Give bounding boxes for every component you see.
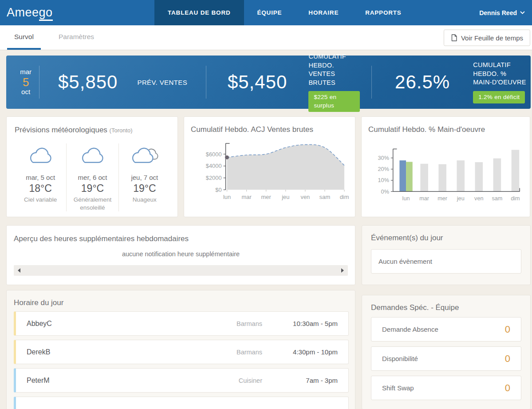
request-label: Disponibilité [382,355,418,362]
weather-day: mar, 5 oct 18°C Ciel variable [15,143,66,211]
svg-text:lun: lun [223,194,231,200]
nav-item-equipe[interactable]: ÉQUIPE [244,0,296,25]
svg-text:lun: lun [402,195,410,202]
nav-menu: TABLEAU DE BORD ÉQUIPE HORAIRE RAPPORTS [154,0,415,25]
svg-text:30%: 30% [378,155,389,161]
cloud-icon [76,145,108,167]
daily-stats-banner: mar 5 oct $5,850 PRÉV. VENTES $5,450 CUM… [6,56,531,109]
schedule-row[interactable]: PeterM Cuisiner 7am - 3pm [14,368,349,393]
svg-text:$0: $0 [215,187,221,193]
labour-percent-value: 26.5% [372,71,473,93]
nav-item-horaire[interactable]: HORAIRE [295,0,352,25]
top-nav: Ameego TABLEAU DE BORD ÉQUIPE HORAIRE RA… [0,0,532,25]
labour-percent-chart-card: Cumulatif Hebdo. % Main-d'oeuvre lunmarm… [361,116,530,217]
user-menu[interactable]: Dennis Reed [479,0,525,25]
cloud-icon [24,145,56,167]
svg-text:sam: sam [319,194,330,200]
request-count: 0 [505,382,510,394]
sub-tab-bar: Survol Paramètres Voir Feuille de temps [0,25,532,50]
svg-text:$4000: $4000 [206,163,222,169]
chevron-down-icon [520,11,525,14]
svg-text:dim: dim [340,194,349,200]
labour-percent-bar-chart: lunmarmerjeuvensamdim0%10%20%30% [368,139,524,207]
tab-survol[interactable]: Survol [7,25,41,50]
acj-sales-area-chart: $0$2000$4000$6000lunmarmerjeuvensamdim [191,139,349,206]
svg-text:jeu: jeu [457,195,465,202]
svg-text:jeu: jeu [281,194,289,200]
sales-actual-value: $5,850 [39,71,137,93]
weather-day: mer, 6 oct 19°C Généralement ensoleillé [66,143,118,211]
user-name: Dennis Reed [479,9,517,16]
svg-text:$2000: $2000 [206,175,222,181]
labour-percent-chart-title: Cumulatif Hebdo. % Main-d'oeuvre [368,125,524,134]
ameego-logo[interactable]: Ameego [7,6,53,20]
document-icon [451,34,457,41]
employee-name: AbbeyC [27,320,236,328]
weather-day: jeu, 7 oct 19°C Nuageux [118,143,170,211]
request-label: Shift Swap [382,384,414,392]
svg-text:0%: 0% [381,189,389,195]
svg-text:sam: sam [492,195,502,202]
request-count: 0 [505,324,510,335]
svg-text:mar: mar [242,194,252,200]
request-count: 0 [505,353,510,365]
overtime-title: Aperçu des heures supplémentaires hebdom… [14,234,348,243]
svg-text:dim: dim [511,195,520,202]
view-timesheet-label: Voir Feuille de temps [461,34,523,41]
svg-text:mar: mar [419,195,430,202]
svg-text:mer: mer [437,195,448,202]
shift-time: 4:30pm - 10pm [284,348,338,356]
employee-name: PeterM [27,377,239,385]
clouds-icon [126,145,162,167]
svg-text:$6000: $6000 [206,151,222,158]
sales-label: PRÉV. VENTES [137,79,206,86]
labour-label: CUMULATIF HEBDO. % MAIN-D'OEUVRE 1.2% en… [473,61,531,103]
request-row-shift-swap[interactable]: Shift Swap 0 [371,376,521,400]
employee-role: Cuisiner [239,377,262,384]
employee-role: Barmans [236,320,262,327]
schedule-row[interactable]: AbbeyC Barmans 10:30am - 5pm [14,311,349,336]
schedule-card: Horaire du jour AbbeyC Barmans 10:30am -… [6,290,355,409]
scroll-right-arrow-icon[interactable] [341,268,344,273]
events-card: Événement(s) du jour Aucun évènement [362,225,531,285]
acj-sales-chart-card: Cumulatif Hebdo. ACJ Ventes brutes $0$20… [184,116,355,217]
view-timesheet-button[interactable]: Voir Feuille de temps [444,29,530,46]
svg-text:ven: ven [300,194,310,200]
tab-parametres[interactable]: Paramètres [51,25,101,50]
events-empty-box: Aucun évènement [371,249,521,274]
labour-badge: 1.2% en déficit [473,91,525,103]
shift-time: 10:30am - 5pm [284,320,338,327]
shift-time: 7am - 3pm [284,377,338,384]
scroll-left-arrow-icon[interactable] [18,268,20,273]
sales-forecast-value: $5,450 [206,71,308,93]
banner-weekday: mar [12,68,39,76]
request-row-availability[interactable]: Disponibilité 0 [371,346,521,371]
nav-item-tableau-de-bord[interactable]: TABLEAU DE BORD [154,0,244,25]
employee-role: Barmans [236,349,262,356]
team-requests-card: Demandes Spéc. - Équipe Demande Absence … [362,295,531,409]
banner-day: 5 [12,76,39,89]
svg-text:ven: ven [474,195,483,202]
nav-item-rapports[interactable]: RAPPORTS [352,0,414,25]
events-title: Événement(s) du jour [371,234,521,242]
request-label: Demande Absence [382,326,438,333]
request-row-absence[interactable]: Demande Absence 0 [371,317,521,341]
weather-title: Prévisions météorologiques (Toronto) [15,126,170,135]
banner-month: oct [12,88,39,96]
employee-name: DerekB [27,348,236,356]
svg-text:mer: mer [261,194,272,200]
acj-sales-chart-title: Cumulatif Hebdo. ACJ Ventes brutes [191,125,349,134]
weather-card: Prévisions météorologiques (Toronto) mar… [6,116,178,217]
overtime-empty-text: aucune notification heure supplémentaire [14,250,348,258]
banner-date: mar 5 oct [12,68,39,96]
schedule-title: Horaire du jour [14,298,349,307]
weather-location: (Toronto) [110,127,133,134]
schedule-row[interactable]: DerekB Barmans 4:30pm - 10pm [14,340,349,364]
gross-sales-label: CUMULATIF HEBDO. VENTES BRUTES $225 en s… [308,52,371,112]
schedule-row-partial[interactable] [14,397,349,409]
overtime-card: Aperçu des heures supplémentaires hebdom… [6,225,355,285]
svg-text:10%: 10% [378,177,389,183]
team-requests-title: Demandes Spéc. - Équipe [371,303,521,312]
overtime-scrollbar[interactable] [14,265,348,276]
gross-sales-badge: $225 en surplus [308,91,360,111]
